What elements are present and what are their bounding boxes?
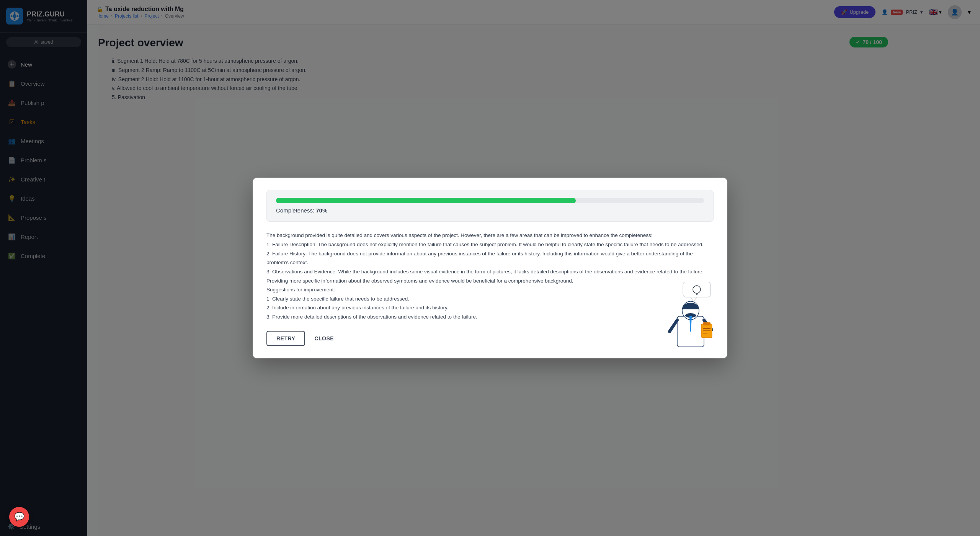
- svg-marker-7: [691, 297, 697, 302]
- chat-icon: 💬: [14, 512, 24, 522]
- modal-illustration: [668, 282, 714, 351]
- chat-button[interactable]: 💬: [9, 507, 29, 527]
- svg-rect-19: [703, 322, 710, 325]
- progress-bar-track: [276, 198, 704, 203]
- progress-bar-fill: [276, 198, 576, 203]
- progress-container: Completeness: 70%: [266, 190, 714, 222]
- close-button[interactable]: CLOSE: [311, 332, 337, 345]
- modal-footer: RETRY CLOSE: [266, 331, 714, 346]
- modal-body: The background provided is quite detaile…: [266, 231, 714, 321]
- modal-overlay: Completeness: 70% The background provide…: [0, 0, 980, 536]
- svg-line-16: [670, 320, 677, 332]
- svg-rect-6: [683, 282, 710, 297]
- modal-dialog: Completeness: 70% The background provide…: [253, 178, 727, 358]
- completeness-label: Completeness: 70%: [276, 207, 704, 214]
- retry-button[interactable]: RETRY: [266, 331, 305, 346]
- completeness-value: 70%: [316, 207, 327, 214]
